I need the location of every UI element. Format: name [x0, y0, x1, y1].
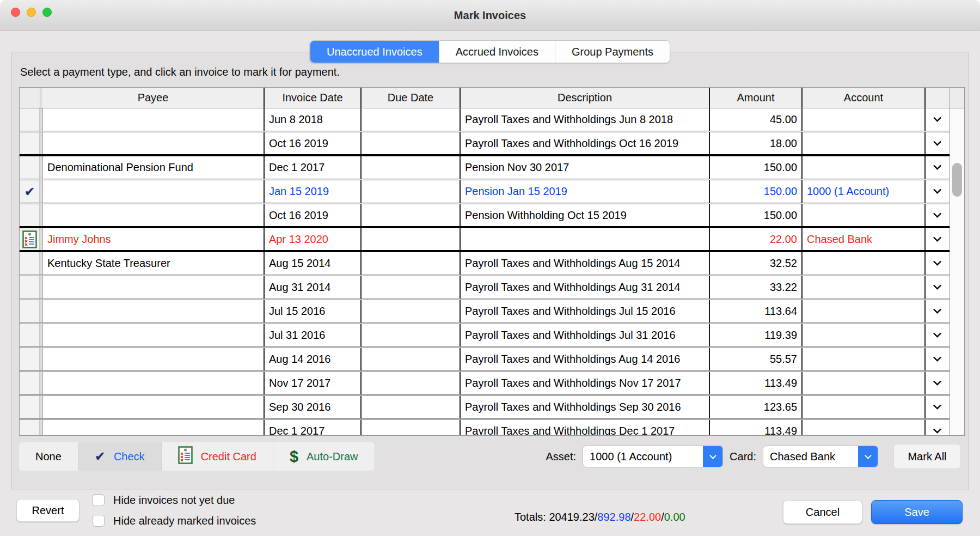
cell-invoice-date[interactable]: Dec 1 2017 [265, 156, 362, 179]
scrollbar-thumb[interactable] [952, 163, 962, 197]
cell-payee[interactable] [42, 108, 265, 131]
account-dropdown-button[interactable] [926, 204, 949, 226]
cell-description[interactable]: Pension Nov 30 2017 [461, 156, 710, 179]
cell-description[interactable]: Pension Jan 15 2019 [461, 180, 710, 203]
cell-account[interactable] [803, 396, 926, 418]
row-marker[interactable] [20, 132, 40, 154]
cell-account[interactable] [803, 324, 926, 346]
cell-invoice-date[interactable]: Oct 16 2019 [265, 132, 362, 154]
cancel-button[interactable]: Cancel [783, 500, 862, 524]
cell-payee[interactable] [42, 180, 265, 203]
cell-invoice-date[interactable]: Aug 15 2014 [265, 252, 362, 275]
cell-invoice-date[interactable]: Jul 31 2016 [265, 324, 362, 346]
cell-description[interactable]: Payroll Taxes and Withholdings Jun 8 201… [461, 108, 710, 131]
cell-due-date[interactable] [362, 156, 461, 179]
payment-type-check[interactable]: ✔ Check [78, 442, 162, 471]
account-dropdown-button[interactable] [926, 252, 949, 275]
cell-description[interactable]: Payroll Taxes and Withholdings Aug 31 20… [461, 276, 710, 299]
cell-due-date[interactable] [362, 420, 461, 435]
row-marker[interactable]: ✔ [20, 180, 40, 203]
cell-account[interactable]: 1000 (1 Account) [803, 180, 926, 203]
cell-amount[interactable]: 45.00 [710, 108, 803, 131]
cell-invoice-date[interactable]: Aug 31 2014 [265, 276, 362, 299]
row-marker[interactable] [20, 372, 40, 394]
table-row[interactable]: Oct 16 2019 Payroll Taxes and Withholdin… [20, 132, 950, 156]
cell-due-date[interactable] [362, 228, 461, 250]
cell-amount[interactable]: 33.22 [710, 276, 803, 299]
table-row[interactable]: Denominational Pension Fund Dec 1 2017 P… [20, 156, 950, 180]
cell-invoice-date[interactable]: Jul 15 2016 [265, 300, 362, 322]
cell-account[interactable] [803, 252, 926, 275]
cell-amount[interactable]: 150.00 [710, 156, 803, 179]
cell-payee[interactable] [42, 420, 265, 435]
cell-amount[interactable]: 113.49 [710, 420, 803, 435]
row-marker[interactable] [20, 252, 40, 275]
cell-description[interactable]: Payroll Taxes and Withholdings Jul 31 20… [461, 324, 710, 346]
cell-payee[interactable] [42, 396, 265, 418]
cell-description[interactable]: Payroll Taxes and Withholdings Nov 17 20… [461, 372, 710, 394]
vertical-scrollbar[interactable] [950, 88, 964, 435]
cell-amount[interactable]: 32.52 [710, 252, 803, 275]
account-dropdown-button[interactable] [926, 420, 949, 435]
table-row[interactable]: Aug 31 2014 Payroll Taxes and Withholdin… [20, 276, 950, 300]
revert-button[interactable]: Revert [16, 499, 79, 522]
hide-marked-checkbox[interactable] [93, 515, 105, 527]
cell-payee[interactable] [42, 300, 265, 322]
cell-account[interactable] [803, 276, 926, 299]
row-marker[interactable] [20, 300, 40, 322]
cell-amount[interactable]: 123.65 [710, 396, 803, 418]
cell-amount[interactable]: 55.57 [710, 348, 803, 370]
table-row[interactable]: Jun 8 2018 Payroll Taxes and Withholding… [20, 108, 950, 132]
cell-payee[interactable] [42, 372, 265, 394]
cell-invoice-date[interactable]: Jan 15 2019 [265, 180, 362, 203]
cell-due-date[interactable] [362, 276, 461, 299]
scrollbar-track[interactable] [950, 108, 964, 435]
cell-invoice-date[interactable]: Nov 17 2017 [265, 372, 362, 394]
cell-payee[interactable] [42, 324, 265, 346]
cell-account[interactable] [803, 132, 926, 154]
row-marker[interactable] [20, 420, 40, 435]
payment-type-auto-draw[interactable]: $ Auto-Draw [273, 442, 375, 471]
table-row[interactable]: Jul 15 2016 Payroll Taxes and Withholdin… [20, 300, 950, 324]
account-dropdown-button[interactable] [926, 300, 949, 322]
account-dropdown-button[interactable] [926, 276, 949, 299]
cell-invoice-date[interactable]: Oct 16 2019 [265, 204, 362, 226]
cell-description[interactable]: Pension Withholding Oct 15 2019 [461, 204, 710, 226]
cell-payee[interactable] [42, 204, 265, 226]
account-dropdown-button[interactable] [926, 132, 949, 154]
cell-due-date[interactable] [362, 300, 461, 322]
card-dropdown[interactable]: Chased Bank [763, 446, 878, 467]
cell-due-date[interactable] [362, 132, 461, 154]
cell-invoice-date[interactable]: Sep 30 2016 [265, 396, 362, 418]
cell-invoice-date[interactable]: Aug 14 2016 [265, 348, 362, 370]
account-dropdown-button[interactable] [926, 228, 949, 250]
table-row[interactable]: Nov 17 2017 Payroll Taxes and Withholdin… [20, 372, 950, 396]
row-marker[interactable] [20, 228, 40, 250]
tab-accrued-invoices[interactable]: Accrued Invoices [439, 41, 555, 63]
cell-amount[interactable]: 150.00 [710, 180, 803, 203]
cell-description[interactable]: Payroll Taxes and Withholdings Jul 15 20… [461, 300, 710, 322]
tab-unaccrued-invoices[interactable]: Unaccrued Invoices [310, 41, 439, 63]
table-row[interactable]: Aug 14 2016 Payroll Taxes and Withholdin… [20, 348, 950, 372]
cell-description[interactable]: Payroll Taxes and Withholdings Oct 16 20… [461, 132, 710, 154]
row-marker[interactable] [20, 276, 40, 299]
cell-amount[interactable]: 113.49 [710, 372, 803, 394]
asset-dropdown[interactable]: 1000 (1 Account) [583, 446, 723, 467]
account-dropdown-button[interactable] [926, 324, 949, 346]
cell-due-date[interactable] [362, 372, 461, 394]
cell-description[interactable]: Payroll Taxes and Withholdings Sep 30 20… [461, 396, 710, 418]
hide-not-due-checkbox[interactable] [93, 494, 105, 506]
cell-amount[interactable]: 150.00 [710, 204, 803, 226]
account-dropdown-button[interactable] [926, 156, 949, 179]
payment-type-credit-card[interactable]: Credit Card [162, 442, 273, 471]
cell-account[interactable] [803, 300, 926, 322]
cell-description[interactable]: Payroll Taxes and Withholdings Dec 1 201… [461, 420, 710, 435]
card-dropdown-button[interactable] [858, 446, 878, 467]
row-marker[interactable] [20, 396, 40, 418]
row-marker[interactable] [20, 108, 40, 131]
cell-amount[interactable]: 18.00 [710, 132, 803, 154]
cell-invoice-date[interactable]: Apr 13 2020 [265, 228, 362, 250]
row-marker[interactable] [20, 156, 40, 179]
cell-due-date[interactable] [362, 324, 461, 346]
table-row[interactable]: Jimmy Johns Apr 13 2020 22.00 Chased Ban… [20, 228, 950, 252]
